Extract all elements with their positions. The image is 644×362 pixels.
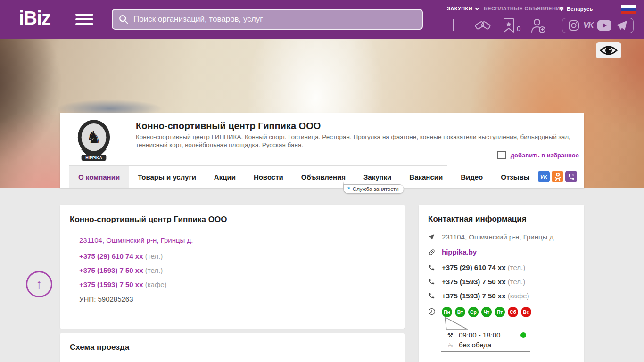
day-badge[interactable]: Сб [508, 307, 518, 317]
eye-icon [599, 45, 618, 56]
telegram-icon[interactable] [615, 20, 627, 31]
search-bar[interactable] [112, 9, 423, 30]
tab[interactable]: О компании [69, 166, 129, 188]
website-link[interactable]: hippika.by [442, 248, 477, 256]
tab[interactable]: Акции [205, 166, 245, 188]
arrow-up-icon: ↑ [36, 277, 42, 292]
company-description: Конно-спортивный центр ГИППИКА. Конный с… [136, 133, 581, 149]
about-company-card: Конно-спортивный центр Гиппика ООО 23110… [60, 205, 405, 329]
phone-number[interactable]: +375 (1593) 7 50 xx [79, 280, 143, 288]
tab[interactable]: Отзывы [492, 166, 538, 188]
hours-tooltip-pointer [439, 317, 472, 330]
map-heading: Схема проезда [70, 343, 129, 352]
contact-phone-row: +375 (1593) 7 50 xx (кафе) [428, 292, 574, 300]
open-status-dot [520, 332, 526, 338]
header-social-links: VK [562, 18, 634, 33]
contact-phone-row: +375 (1593) 7 50 xx (тел.) [428, 278, 574, 286]
nav-zakupki[interactable]: ЗАКУПКИ [447, 6, 478, 11]
company-address-link[interactable]: 231104, Ошмянский р-н, Гринцы д. [79, 236, 193, 244]
navigation-arrow-icon [428, 233, 436, 240]
working-hours-tooltip: ⚒ 09:00 - 18:00 ☕ без обеда [441, 329, 530, 352]
employment-service-icon: * [347, 187, 350, 191]
language-flag-russian[interactable] [621, 5, 636, 14]
contact-address: 231104, Ошмянский р-н, Гринцы д. [442, 233, 555, 241]
add-to-favorites[interactable]: добавить в избранное [497, 151, 579, 159]
phone-number[interactable]: +375 (1593) 7 50 xx [442, 292, 506, 300]
favorite-checkbox[interactable] [497, 151, 506, 159]
map-card: Схема проезда [60, 333, 405, 362]
phone-line: +375 (1593) 7 50 xx (кафе) [79, 280, 167, 288]
tools-icon: ⚒ [446, 331, 454, 339]
tab[interactable]: Видео [452, 166, 492, 188]
phone-number[interactable]: +375 (29) 610 74 xx [79, 252, 143, 260]
phone-number[interactable]: +375 (29) 610 74 xx [442, 263, 506, 272]
company-logo-text: HIPPIKA [85, 156, 102, 160]
search-input[interactable] [133, 15, 416, 24]
handshake-icon[interactable] [473, 18, 493, 33]
hamburger-menu-icon[interactable] [75, 14, 93, 26]
svg-text:♞: ♞ [86, 127, 101, 147]
day-badge[interactable]: Вс [521, 307, 531, 317]
scroll-to-top-button[interactable]: ↑ [26, 271, 52, 297]
working-hours: 09:00 - 18:00 [459, 331, 500, 339]
phone-note: (тел.) [508, 278, 525, 286]
accessibility-version-button[interactable] [596, 42, 621, 58]
company-name: Конно-спортивный центр Гиппика ООО [136, 121, 321, 132]
phone-icon [428, 292, 436, 299]
phone-note: (тел.) [508, 263, 525, 272]
youtube-icon[interactable] [597, 20, 611, 31]
site-logo[interactable]: iBiz [19, 8, 50, 29]
phone-line: +375 (29) 610 74 xx (тел.) [79, 252, 167, 260]
add-user-icon[interactable] [530, 18, 547, 34]
chevron-down-icon [475, 6, 479, 10]
day-badge[interactable]: Пт [495, 307, 505, 317]
contact-heading: Контактная информация [428, 214, 527, 224]
lunch-info: без обеда [459, 341, 491, 349]
tab[interactable]: Вакансии [400, 166, 452, 188]
company-header-card: ♞ HIPPIKA Конно-спортивный центр Гиппика… [60, 113, 584, 188]
phone-note: (кафе) [508, 292, 529, 300]
add-plus-icon[interactable] [446, 18, 461, 32]
phone-icon [428, 278, 436, 285]
contact-website-row: hippika.by [428, 248, 574, 256]
phone-note: (тел.) [145, 266, 163, 274]
day-badge[interactable]: Пн [442, 307, 452, 317]
phone-number[interactable]: +375 (1593) 7 50 xx [79, 266, 143, 274]
vacancy-tooltip[interactable]: * Служба занятости [343, 184, 404, 194]
contact-phone-row: +375 (29) 610 74 xx (тел.) [428, 263, 574, 272]
working-hours-row: ПнВтСрЧтПтСбВс [428, 306, 574, 317]
header: iBiz ЗАКУПКИ БЕСПЛАТНЫЕ ОБЪЯВЛЕНИЯ Белар… [0, 0, 644, 39]
vk-icon[interactable]: VK [583, 21, 594, 30]
instagram-icon[interactable] [568, 20, 579, 31]
contact-phones: +375 (29) 610 74 xx (тел.) +375 (1593) 7… [428, 263, 574, 300]
company-logo[interactable]: ♞ HIPPIKA [75, 119, 112, 162]
day-badge[interactable]: Чт [481, 307, 492, 317]
phone-line: +375 (1593) 7 50 xx (тел.) [79, 266, 167, 274]
viber-button[interactable] [565, 171, 577, 182]
nav-free-ads[interactable]: БЕСПЛАТНЫЕ ОБЪЯВЛЕНИЯ [484, 6, 564, 11]
favorites-counter: 0 [517, 25, 520, 33]
phone-note: (кафе) [145, 280, 167, 288]
search-icon [118, 14, 129, 25]
link-icon [428, 248, 436, 256]
bookmark-favorites-icon[interactable] [503, 18, 515, 33]
day-badge[interactable]: Вт [455, 307, 465, 317]
vk-button[interactable]: VK [538, 171, 550, 182]
company-phones: +375 (29) 610 74 xx (тел.) +375 (1593) 7… [79, 252, 167, 288]
phone-icon [428, 264, 436, 271]
tab[interactable]: Товары и услуги [129, 166, 205, 188]
clock-icon [428, 308, 436, 315]
phone-note: (тел.) [145, 252, 163, 260]
nav-country[interactable]: Беларусь [559, 6, 593, 12]
company-social-buttons: VK [538, 171, 577, 182]
about-heading: Конно-спортивный центр Гиппика ООО [70, 215, 227, 224]
coffee-cup-icon: ☕ [446, 341, 454, 349]
phone-number[interactable]: +375 (1593) 7 50 xx [442, 278, 506, 286]
contact-info-card: Контактная информация 231104, Ошмянский … [419, 205, 584, 362]
tab[interactable]: Новости [245, 166, 292, 188]
day-badge[interactable]: Ср [468, 307, 479, 317]
company-unp: УНП: 590285263 [79, 295, 133, 303]
odnoklassniki-button[interactable] [552, 171, 563, 182]
contact-address-row: 231104, Ошмянский р-н, Гринцы д. [428, 233, 574, 241]
week-days: ПнВтСрЧтПтСбВс [442, 307, 531, 317]
